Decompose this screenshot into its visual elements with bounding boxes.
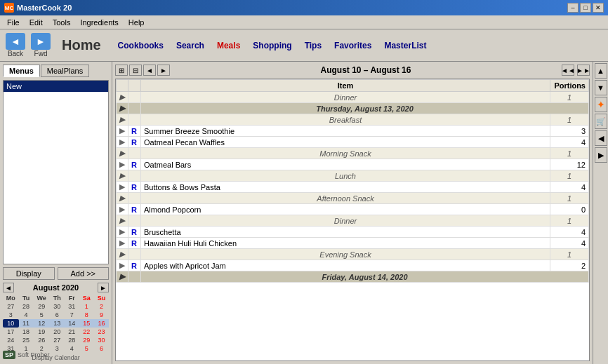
calendar-next-button[interactable]: ►: [98, 283, 109, 292]
recipe-name[interactable]: Bruschetta: [141, 227, 550, 238]
view-btn-2[interactable]: ⊟: [129, 65, 142, 76]
calendar-day[interactable]: 11: [19, 319, 34, 328]
calendar-day[interactable]: 9: [94, 311, 109, 319]
list-item-new[interactable]: New: [4, 81, 108, 92]
view-btn-1[interactable]: ⊞: [115, 65, 128, 76]
table-row[interactable]: ▶ Evening Snack 1: [117, 249, 589, 260]
calendar-day[interactable]: 2: [94, 302, 109, 311]
table-row[interactable]: ▶ R Almond Popcorn 0: [117, 204, 589, 215]
table-row[interactable]: ▶ Afternoon Snack 1: [117, 193, 589, 204]
calendar-day[interactable]: 13: [50, 319, 65, 328]
table-row[interactable]: ▶ Morning Snack 1: [117, 148, 589, 159]
close-button[interactable]: ✕: [593, 3, 604, 13]
calendar-day[interactable]: 31: [65, 302, 79, 311]
menus-list[interactable]: New: [3, 80, 109, 264]
recipe-name[interactable]: Hawaiian Huli Huli Chicken: [141, 238, 550, 249]
recipe-name[interactable]: Buttons & Bows Pasta: [141, 182, 550, 193]
sidebar-btn-2[interactable]: ▼: [595, 80, 607, 95]
calendar-day[interactable]: 27: [50, 336, 65, 344]
sidebar-btn-shop[interactable]: 🛒: [595, 114, 607, 129]
calendar-day[interactable]: 7: [65, 311, 79, 319]
calendar-day[interactable]: 30: [50, 302, 65, 311]
calendar-day[interactable]: 6: [50, 311, 65, 319]
calendar-day[interactable]: 17: [3, 328, 19, 336]
calendar-day[interactable]: 20: [50, 328, 65, 336]
back-button[interactable]: ◄ Back: [6, 33, 25, 58]
table-row[interactable]: ▶ R Summer Breeze Smoothie 3: [117, 126, 589, 137]
week-next-button[interactable]: ►►: [577, 65, 590, 76]
calendar-day[interactable]: 23: [94, 328, 109, 336]
week-prev-button[interactable]: ◄◄: [562, 65, 574, 76]
menu-help[interactable]: Help: [124, 17, 149, 28]
calendar-day[interactable]: 6: [94, 344, 109, 353]
calendar-day[interactable]: 25: [19, 336, 34, 344]
calendar-day[interactable]: 18: [19, 328, 34, 336]
menu-file[interactable]: File: [3, 17, 24, 28]
table-row[interactable]: ▶ R Oatmeal Pecan Waffles 4: [117, 137, 589, 148]
calendar-day[interactable]: 5: [79, 344, 94, 353]
calendar-day[interactable]: 19: [34, 328, 50, 336]
table-row[interactable]: ▶ Dinner 1: [117, 92, 589, 103]
table-row[interactable]: ▶ R Hawaiian Huli Huli Chicken 4: [117, 238, 589, 249]
sidebar-btn-prev[interactable]: ◀: [595, 130, 607, 146]
calendar-day[interactable]: 8: [79, 311, 94, 319]
nav-shopping[interactable]: Shopping: [253, 41, 291, 50]
nav-meals[interactable]: Meals: [217, 41, 240, 50]
table-row[interactable]: ▶ Thursday, August 13, 2020: [117, 103, 589, 114]
tab-mealplans[interactable]: MealPlans: [41, 65, 89, 77]
calendar-day[interactable]: 22: [79, 328, 94, 336]
tab-menus[interactable]: Menus: [3, 65, 40, 77]
calendar-day[interactable]: 3: [50, 344, 65, 353]
calendar-day[interactable]: 4: [65, 344, 79, 353]
home-button[interactable]: Home: [62, 37, 101, 53]
calendar-day[interactable]: 24: [3, 336, 19, 344]
table-row[interactable]: ▶ Breakfast 1: [117, 114, 589, 126]
table-row[interactable]: ▶ Lunch 1: [117, 170, 589, 182]
recipe-name[interactable]: Summer Breeze Smoothie: [141, 126, 550, 137]
nav-tips[interactable]: Tips: [305, 41, 322, 50]
calendar-day[interactable]: 28: [65, 336, 79, 344]
calendar-day[interactable]: 10: [3, 319, 19, 328]
table-row[interactable]: ▶ Friday, August 14, 2020: [117, 271, 589, 283]
recipe-name[interactable]: Apples with Apricot Jam: [141, 260, 550, 271]
calendar-day[interactable]: 29: [79, 336, 94, 344]
nav-search[interactable]: Search: [176, 41, 204, 50]
calendar-day[interactable]: 3: [3, 311, 19, 319]
calendar-day[interactable]: 28: [19, 302, 34, 311]
meals-table-container[interactable]: Item Portions ▶ Dinner 1 ▶ Thursday, Aug…: [115, 79, 590, 361]
calendar-day[interactable]: 4: [19, 311, 34, 319]
table-row[interactable]: ▶ R Buttons & Bows Pasta 4: [117, 182, 589, 193]
sidebar-btn-next[interactable]: ▶: [595, 147, 607, 163]
sidebar-btn-1[interactable]: ▲: [595, 63, 607, 79]
table-row[interactable]: ▶ Dinner 1: [117, 215, 589, 227]
calendar-day[interactable]: 16: [94, 319, 109, 328]
add-button[interactable]: Add >>: [58, 267, 110, 280]
view-btn-prev[interactable]: ◄: [143, 65, 156, 76]
nav-favorites[interactable]: Favorites: [334, 41, 371, 50]
calendar-day[interactable]: 14: [65, 319, 79, 328]
calendar-day[interactable]: 15: [79, 319, 94, 328]
calendar-day[interactable]: 29: [34, 302, 50, 311]
table-row[interactable]: ▶ R Apples with Apricot Jam 2: [117, 260, 589, 271]
recipe-name[interactable]: Almond Popcorn: [141, 204, 550, 215]
fwd-button[interactable]: ► Fwd: [31, 33, 51, 58]
calendar-day[interactable]: 21: [65, 328, 79, 336]
table-row[interactable]: ▶ R Oatmeal Bars 12: [117, 159, 589, 170]
calendar-day[interactable]: 27: [3, 302, 19, 311]
recipe-name[interactable]: Oatmeal Bars: [141, 159, 550, 170]
window-controls[interactable]: – □ ✕: [567, 3, 604, 13]
maximize-button[interactable]: □: [580, 3, 591, 13]
table-row[interactable]: ▶ R Bruschetta 4: [117, 227, 589, 238]
view-btn-next[interactable]: ►: [157, 65, 170, 76]
display-button[interactable]: Display: [3, 267, 55, 280]
menu-tools[interactable]: Tools: [48, 17, 75, 28]
calendar-day[interactable]: 12: [34, 319, 50, 328]
calendar-prev-button[interactable]: ◄: [3, 283, 14, 292]
menu-ingredients[interactable]: Ingredients: [76, 17, 122, 28]
minimize-button[interactable]: –: [567, 3, 579, 13]
menu-edit[interactable]: Edit: [25, 17, 47, 28]
calendar-day[interactable]: 5: [34, 311, 50, 319]
nav-cookbooks[interactable]: Cookbooks: [118, 41, 164, 50]
nav-masterlist[interactable]: MasterList: [384, 41, 426, 50]
recipe-name[interactable]: Oatmeal Pecan Waffles: [141, 137, 550, 148]
